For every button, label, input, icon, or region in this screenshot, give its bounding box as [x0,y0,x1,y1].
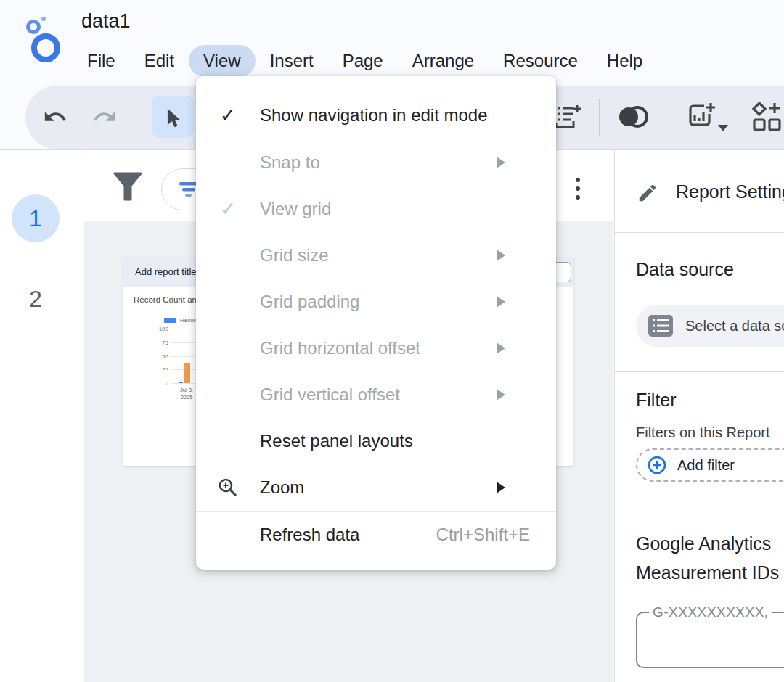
submenu-arrow-icon [497,389,505,400]
menu-item-reset-panel-layouts[interactable]: Reset panel layouts [196,418,556,464]
menu-edit[interactable]: Edit [130,45,189,77]
check-icon: ✓ [220,104,237,127]
add-filter-label: Add filter [677,457,735,474]
menu-file[interactable]: File [73,45,130,77]
divider [615,232,784,233]
pencil-icon [637,182,658,204]
menu-item-grid-padding[interactable]: Grid padding [196,279,556,325]
filter-funnel-icon[interactable] [112,170,144,204]
legend-swatch-record-count [164,318,176,323]
add-circle-icon [647,455,667,475]
redo-button[interactable] [83,96,126,138]
y-axis-tick: 100 [147,326,168,332]
add-chart-icon [685,101,717,133]
submenu-arrow-icon [497,296,505,308]
menu-view[interactable]: View [189,45,256,77]
undo-button[interactable] [34,96,76,138]
data-table-icon [648,314,674,337]
toolbar-divider [142,99,142,136]
divider [615,371,784,372]
select-data-source-button[interactable]: Select a data source [636,305,784,347]
menubar: File Edit View Insert Page Arrange Resou… [73,45,657,77]
page-item-1[interactable]: 1 [12,194,60,242]
submenu-arrow-icon [497,157,505,168]
data-source-heading: Data source [636,259,734,280]
undo-icon [43,104,68,129]
filter-heading: Filter [636,390,677,411]
select-data-source-label: Select a data source [685,318,784,334]
zoom-in-icon [217,477,239,498]
view-dropdown-menu: ✓ Show navigation in edit mode Snap to ✓… [196,76,556,570]
page-navigation: 1 2 [0,150,83,682]
looker-studio-window: data1 File Edit View Insert Page Arrange… [0,0,784,682]
blend-data-icon [616,104,650,130]
menu-item-grid-size[interactable]: Grid size [196,232,556,279]
select-tool-button[interactable] [152,96,194,138]
more-options-button[interactable] [569,173,587,205]
menu-item-show-navigation[interactable]: ✓ Show navigation in edit mode [196,92,556,139]
ga-input-floating-label: G-XXXXXXXXXX, [649,604,772,620]
menu-resource[interactable]: Resource [489,45,592,77]
bar-series1 [184,363,190,383]
filters-on-report-label: Filters on this Report [636,424,770,441]
menu-page[interactable]: Page [328,45,398,77]
toolbar-divider [666,99,666,136]
report-title[interactable]: data1 [81,10,131,33]
add-control-icon [750,100,783,133]
menu-item-snap-to[interactable]: Snap to [196,139,556,186]
check-icon: ✓ [220,197,237,221]
add-data-icon [553,102,582,131]
looker-studio-logo-icon [22,16,64,64]
add-control-button[interactable] [744,96,784,138]
menu-item-grid-horizontal-offset[interactable]: Grid horizontal offset [196,325,556,371]
menu-insert[interactable]: Insert [256,45,328,77]
menu-item-zoom[interactable]: Zoom [196,464,556,511]
add-chart-button[interactable] [680,96,734,138]
menu-item-grid-vertical-offset[interactable]: Grid vertical offset [196,371,556,418]
report-settings-panel: Report Settings Data source Select a dat… [614,150,784,682]
redo-icon [92,104,117,129]
toolbar-divider [599,99,600,136]
y-axis-tick: 0 [147,380,168,387]
chevron-down-icon [718,125,728,131]
y-axis-tick: 25 [147,366,168,373]
page-item-2[interactable]: 2 [12,275,60,323]
add-filter-button[interactable]: Add filter [636,448,784,482]
submenu-arrow-icon [497,342,505,354]
submenu-arrow-icon [497,250,505,261]
cursor-icon [160,104,185,129]
y-axis-tick: 75 [147,340,168,346]
bar-Record Count [179,382,183,384]
y-axis-tick: 50 [147,353,168,360]
ga-measurement-id-input[interactable]: G-XXXXXXXXXX, [636,612,784,668]
menu-shortcut: Ctrl+Shift+E [436,525,530,545]
ga-heading-line1: Google Analytics [636,533,771,554]
menu-item-view-grid[interactable]: ✓ View grid [196,186,556,232]
menu-item-refresh-data[interactable]: Refresh data Ctrl+Shift+E [196,512,556,558]
menu-arrange[interactable]: Arrange [398,45,489,77]
submenu-arrow-icon [497,482,505,493]
blend-data-button[interactable] [612,96,654,138]
menu-help[interactable]: Help [592,45,657,77]
ga-heading-line2: Measurement IDs [636,562,779,583]
divider [615,506,784,506]
panel-title: Report Settings [676,181,784,202]
